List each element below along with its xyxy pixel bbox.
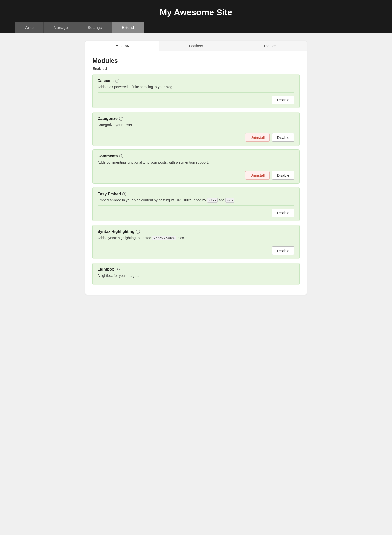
comments-uninstall-button[interactable]: Uninstall <box>245 171 270 180</box>
easy-embed-disable-button[interactable]: Disable <box>272 209 294 217</box>
module-card-comments: Comments i Adds commenting functionality… <box>92 149 300 184</box>
sub-tab-feathers[interactable]: Feathers <box>159 41 233 51</box>
cascade-desc: Adds ajax-powered infinite scrolling to … <box>98 84 294 90</box>
easy-embed-desc-text1: Embed a video in your blog content by pa… <box>98 198 207 202</box>
easy-embed-code2: --> <box>225 198 234 203</box>
cascade-divider <box>98 92 294 93</box>
easy-embed-code1: <!-- <box>207 198 218 203</box>
cascade-actions: Disable <box>98 96 294 104</box>
enabled-label: Enabled <box>92 66 300 70</box>
syntax-desc-text1: Adds syntax highlighting to nested <box>98 236 152 240</box>
module-name-easy-embed: Easy Embed i <box>98 192 294 196</box>
categorize-uninstall-button[interactable]: Uninstall <box>245 133 270 142</box>
module-card-categorize: Categorize i Categorize your posts. Unin… <box>92 112 300 146</box>
comments-name-text: Comments <box>98 154 118 158</box>
syntax-actions: Disable <box>98 246 294 255</box>
nav-tab-write[interactable]: Write <box>15 22 44 33</box>
syntax-highlighting-desc: Adds syntax highlighting to nested <pre>… <box>98 235 294 241</box>
categorize-actions: Uninstall Disable <box>98 133 294 142</box>
module-card-cascade: Cascade i Adds ajax-powered infinite scr… <box>92 74 300 108</box>
sub-tabs: Modules Feathers Themes <box>85 41 307 51</box>
module-name-lightbox: Lightbox i <box>98 267 294 272</box>
cascade-info-icon[interactable]: i <box>115 79 119 83</box>
easy-embed-info-icon[interactable]: i <box>122 192 126 196</box>
module-name-categorize: Categorize i <box>98 116 294 121</box>
module-name-syntax-highlighting: Syntax Highlighting i <box>98 229 294 234</box>
site-title: My Awesome Site <box>5 7 387 17</box>
categorize-divider <box>98 130 294 130</box>
module-card-syntax-highlighting: Syntax Highlighting i Adds syntax highli… <box>92 225 300 259</box>
module-card-easy-embed: Easy Embed i Embed a video in your blog … <box>92 187 300 222</box>
lightbox-desc: A lightbox for your images. <box>98 273 294 279</box>
nav-tab-settings[interactable]: Settings <box>78 22 112 33</box>
lightbox-info-icon[interactable]: i <box>116 268 120 271</box>
categorize-disable-button[interactable]: Disable <box>272 133 294 142</box>
module-name-comments: Comments i <box>98 154 294 158</box>
easy-embed-name-text: Easy Embed <box>98 192 121 196</box>
comments-desc: Adds commenting functionality to your po… <box>98 160 294 165</box>
easy-embed-desc-text3: . <box>234 198 235 202</box>
easy-embed-divider <box>98 205 294 206</box>
comments-disable-button[interactable]: Disable <box>272 171 294 180</box>
module-name-cascade: Cascade i <box>98 79 294 83</box>
syntax-desc-text2: blocks. <box>176 236 188 240</box>
nav-tab-manage[interactable]: Manage <box>44 22 78 33</box>
cascade-name-text: Cascade <box>98 79 114 83</box>
tab-content-modules: Modules Enabled Cascade i Adds ajax-powe… <box>85 51 307 295</box>
site-header: My Awesome Site <box>0 0 392 22</box>
comments-info-icon[interactable]: i <box>119 154 123 158</box>
comments-divider <box>98 168 294 168</box>
easy-embed-actions: Disable <box>98 209 294 217</box>
syntax-code: <pre><code> <box>152 236 176 240</box>
sub-tab-themes[interactable]: Themes <box>233 41 307 51</box>
easy-embed-desc-text2: and <box>218 198 225 202</box>
categorize-desc: Categorize your posts. <box>98 122 294 128</box>
nav-tab-extend[interactable]: Extend <box>112 22 144 33</box>
module-card-lightbox: Lightbox i A lightbox for your images. <box>92 263 300 285</box>
page-title: Modules <box>92 57 300 64</box>
syntax-highlighting-name-text: Syntax Highlighting <box>98 229 134 234</box>
categorize-info-icon[interactable]: i <box>119 117 123 121</box>
comments-actions: Uninstall Disable <box>98 171 294 180</box>
content-wrapper: Modules Feathers Themes Modules Enabled … <box>85 41 307 295</box>
easy-embed-desc: Embed a video in your blog content by pa… <box>98 198 294 203</box>
syntax-highlighting-info-icon[interactable]: i <box>136 230 140 234</box>
cascade-disable-button[interactable]: Disable <box>272 96 294 104</box>
syntax-divider <box>98 243 294 243</box>
categorize-name-text: Categorize <box>98 116 118 121</box>
lightbox-name-text: Lightbox <box>98 267 114 272</box>
main-nav: Write Manage Settings Extend <box>0 22 392 33</box>
sub-tab-modules[interactable]: Modules <box>85 41 159 51</box>
syntax-disable-button[interactable]: Disable <box>272 246 294 255</box>
